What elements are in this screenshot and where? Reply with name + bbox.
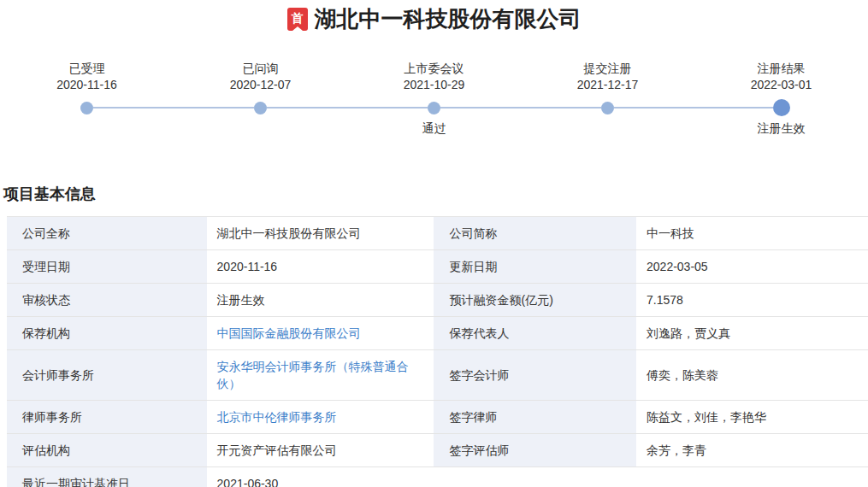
- field-label: 公司简称: [434, 217, 636, 250]
- stage-date: 2022-03-01: [751, 77, 812, 93]
- field-label: 最近一期审计基准日: [3, 467, 207, 487]
- timeline-line: [614, 107, 694, 109]
- field-value: 2021-06-30: [207, 467, 434, 487]
- timeline-stage-inquired: 已问询 2020-12-07: [174, 61, 347, 137]
- timeline-line: [0, 107, 80, 109]
- table-row: 保荐机构 中国国际金融股份有限公司 保荐代表人 刘逸路，贾义真: [3, 317, 868, 350]
- field-label: 会计师事务所: [3, 350, 207, 401]
- field-label: 公司全称: [3, 217, 207, 250]
- stage-label: 已问询: [243, 61, 279, 77]
- field-label: 审核状态: [3, 284, 207, 317]
- timeline-line: [93, 107, 174, 109]
- timeline-dot-icon: [601, 102, 614, 114]
- timeline-dot-icon: [254, 102, 267, 114]
- field-value: 中一科技: [636, 217, 868, 250]
- project-basic-info-table: 公司全称 湖北中一科技股份有限公司 公司简称 中一科技 受理日期 2020-11…: [0, 216, 868, 487]
- accounting-firm-link[interactable]: 安永华明会计师事务所（特殊普通合伙）: [217, 360, 409, 390]
- page-title: 湖北中一科技股份有限公司: [315, 6, 582, 32]
- field-value: 余芳，李青: [636, 434, 868, 467]
- timeline-dot-icon: [80, 102, 93, 114]
- ipo-first-issue-badge-icon: 首: [287, 8, 308, 31]
- sponsor-institution-link[interactable]: 中国国际金融股份有限公司: [217, 326, 361, 340]
- field-value: 2020-11-16: [207, 250, 434, 284]
- stage-sub-label: 注册生效: [758, 120, 806, 137]
- timeline-stage-accepted: 已受理 2020-11-16: [0, 61, 174, 137]
- table-row: 受理日期 2020-11-16 更新日期 2022-03-05: [3, 250, 868, 284]
- table-row: 最近一期审计基准日 2021-06-30: [3, 467, 868, 487]
- timeline-line: [347, 107, 428, 109]
- field-label: 保荐机构: [3, 317, 207, 350]
- timeline-line: [694, 107, 773, 109]
- timeline-stage-committee-meeting: 上市委会议 2021-10-29 通过: [347, 61, 521, 137]
- stage-date: 2021-10-29: [404, 77, 465, 93]
- field-value: 7.1578: [636, 284, 868, 317]
- field-label: 签字律师: [434, 401, 636, 434]
- timeline-line: [790, 107, 868, 109]
- field-label: 律师事务所: [3, 401, 207, 434]
- table-row: 公司全称 湖北中一科技股份有限公司 公司简称 中一科技: [3, 217, 868, 250]
- table-row: 评估机构 开元资产评估有限公司 签字评估师 余芳，李青: [3, 434, 868, 467]
- stage-label: 注册结果: [758, 61, 806, 77]
- timeline-stage-submit-registration: 提交注册 2021-12-17: [521, 61, 694, 137]
- field-label: 签字会计师: [434, 350, 636, 401]
- table-row: 会计师事务所 安永华明会计师事务所（特殊普通合伙） 签字会计师 傅奕，陈美蓉: [3, 350, 868, 401]
- field-label: 签字评估师: [434, 434, 636, 467]
- field-label: 评估机构: [3, 434, 207, 467]
- review-status-timeline: 已受理 2020-11-16 已问询 2020-12-07 上市委会议 2021…: [0, 61, 868, 137]
- timeline-dot-active-icon: [773, 99, 790, 116]
- stage-label: 提交注册: [584, 61, 632, 77]
- field-label: 预计融资金额(亿元): [434, 284, 636, 317]
- law-firm-link[interactable]: 北京市中伦律师事务所: [217, 410, 337, 424]
- page-header: 首 湖北中一科技股份有限公司: [0, 0, 868, 32]
- stage-sub-label: 通过: [422, 120, 446, 137]
- field-value: 陈益文，刘佳，李艳华: [636, 401, 868, 434]
- timeline-line: [267, 107, 347, 109]
- timeline-line: [174, 107, 254, 109]
- timeline-stage-registration-result: 注册结果 2022-03-01 注册生效: [694, 61, 868, 137]
- stage-date: 2020-11-16: [56, 77, 117, 93]
- table-row: 审核状态 注册生效 预计融资金额(亿元) 7.1578: [3, 284, 868, 317]
- field-label: 受理日期: [3, 250, 207, 284]
- table-row: 律师事务所 北京市中伦律师事务所 签字律师 陈益文，刘佳，李艳华: [3, 401, 868, 434]
- timeline-dot-icon: [428, 102, 440, 114]
- field-label: 更新日期: [434, 250, 636, 284]
- field-value: [636, 467, 868, 487]
- timeline-line: [521, 107, 601, 109]
- field-value: 湖北中一科技股份有限公司: [207, 217, 434, 250]
- field-label: 保荐代表人: [434, 317, 636, 350]
- stage-date: 2020-12-07: [230, 77, 292, 93]
- field-label-empty: [434, 467, 636, 487]
- field-value: 注册生效: [207, 284, 434, 317]
- timeline-line: [440, 107, 521, 109]
- field-value: 2022-03-05: [636, 250, 868, 284]
- field-value: 刘逸路，贾义真: [636, 317, 868, 350]
- field-value: 傅奕，陈美蓉: [636, 350, 868, 401]
- section-title-basic-info: 项目基本信息: [3, 185, 868, 203]
- stage-date: 2021-12-17: [577, 77, 639, 93]
- stage-label: 已受理: [69, 61, 105, 77]
- stage-label: 上市委会议: [404, 61, 464, 77]
- field-value: 开元资产评估有限公司: [207, 434, 434, 467]
